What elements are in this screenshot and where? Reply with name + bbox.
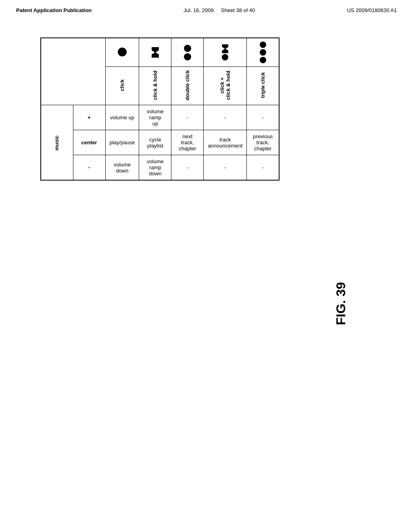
icon-header-row: [41, 38, 279, 67]
minus-click-hold-cell: volume rampdown: [139, 155, 171, 181]
header-left: Patent Application Publication: [16, 7, 92, 13]
double-click-icon-cell: [171, 38, 204, 67]
double-click-label: double click: [184, 70, 190, 100]
triple-click-label-cell: triple click: [247, 67, 279, 105]
center-click-plus-hold-cell: trackannouncement: [204, 130, 247, 155]
main-content: click click & hold double click click +c…: [0, 17, 413, 193]
triple-click-icon-cell: [247, 38, 279, 67]
center-double-click-cell: next track,chapter: [171, 130, 204, 155]
label-row: click click & hold double click click +c…: [41, 67, 279, 105]
triple-click-label: triple click: [260, 72, 266, 98]
plus-double-click-cell: -: [171, 105, 204, 130]
plus-click-hold-cell: volume rampup: [139, 105, 171, 130]
music-category-cell: music: [41, 105, 73, 181]
header-center: Jul. 16, 2009 Sheet 38 of 40: [184, 7, 255, 13]
patent-number: US 2009/0180630 A1: [347, 7, 397, 13]
page-header: Patent Application Publication Jul. 16, …: [0, 0, 413, 17]
click-hold-icon-cell: [139, 38, 171, 67]
sheet-number: Sheet 38 of 40: [221, 7, 255, 13]
center-row-header: center: [73, 130, 105, 155]
center-click-cell: play/pause: [105, 130, 139, 155]
click-plus-hold-label-cell: click +click & hold: [204, 67, 247, 105]
gesture-table: click click & hold double click click +c…: [40, 37, 280, 181]
center-click-hold-cell: cycle playlist: [139, 130, 171, 155]
click-label: click: [119, 79, 125, 91]
plus-click-plus-hold-cell: -: [204, 105, 247, 130]
double-click-label-cell: double click: [171, 67, 204, 105]
click-icon-cell: [105, 38, 139, 67]
hourglass-icon: [143, 47, 167, 58]
minus-click-cell: volume down: [105, 155, 139, 181]
fig-label-text: FIG. 39: [334, 282, 348, 325]
table-row-plus: music + volume up volume rampup - - -: [41, 105, 279, 130]
figure-label: FIG. 39: [334, 282, 348, 325]
single-dot-icon: [118, 48, 127, 56]
triple-dot-icon: [251, 42, 275, 63]
header-right: US 2009/0180630 A1: [347, 7, 397, 13]
click-plus-hold-label: click +click & hold: [219, 71, 231, 100]
hourglass-plus-dot-icon: [208, 44, 242, 60]
plus-click-cell: volume up: [105, 105, 139, 130]
plus-row-header: +: [73, 105, 105, 130]
double-dot-icon: [175, 45, 199, 60]
minus-row-header: -: [73, 155, 105, 181]
table-container: click click & hold double click click +c…: [40, 37, 280, 181]
click-label-cell: click: [105, 67, 139, 105]
table-row-minus: - volume down volume rampdown - - -: [41, 155, 279, 181]
minus-click-plus-hold-cell: -: [204, 155, 247, 181]
publication-label: Patent Application Publication: [16, 7, 92, 13]
click-hold-label: click & hold: [152, 71, 158, 100]
minus-double-click-cell: -: [171, 155, 204, 181]
table-row-center: center play/pause cycle playlist next tr…: [41, 130, 279, 155]
click-click-hold-icon-cell: [204, 38, 247, 67]
plus-triple-click-cell: -: [247, 105, 279, 130]
center-triple-click-cell: previous track,chapter: [247, 130, 279, 155]
click-hold-label-cell: click & hold: [139, 67, 171, 105]
minus-triple-click-cell: -: [247, 155, 279, 181]
publication-date: Jul. 16, 2009: [184, 7, 213, 13]
